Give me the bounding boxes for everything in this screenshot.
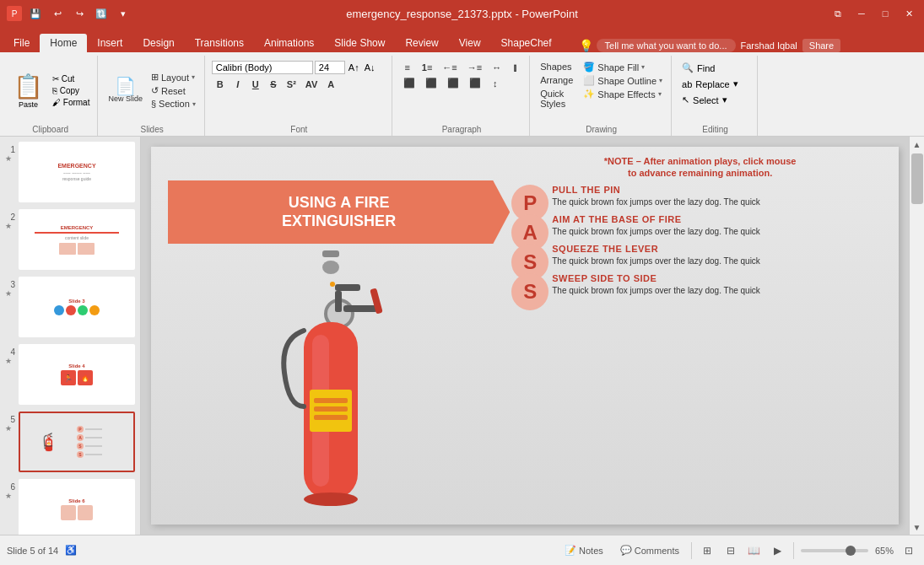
tab-view[interactable]: View bbox=[449, 34, 491, 52]
right-scrollbar[interactable]: ▲ ▼ bbox=[909, 137, 924, 535]
find-icon: 🔍 bbox=[682, 62, 694, 73]
select-button[interactable]: ↖ Select ▾ bbox=[678, 93, 752, 107]
slide-sorter-button[interactable]: ⊟ bbox=[722, 542, 739, 559]
tell-me-box[interactable]: Tell me what you want to do... bbox=[597, 39, 736, 52]
tab-design[interactable]: Design bbox=[132, 34, 184, 52]
indent-more-button[interactable]: →≡ bbox=[463, 61, 486, 74]
slide-thumb-4[interactable]: 4 ★ Slide 4 🏃 🔥 bbox=[3, 342, 137, 406]
tab-transitions[interactable]: Transitions bbox=[185, 34, 254, 52]
quick-styles-button[interactable]: QuickStyles bbox=[537, 88, 576, 110]
paint-icon: 🪣 bbox=[583, 62, 595, 73]
shape-effects-button[interactable]: ✨ Shape Effects ▾ bbox=[580, 88, 666, 100]
tab-slideshow[interactable]: Slide Show bbox=[324, 34, 395, 52]
arrange-button[interactable]: Arrange bbox=[537, 74, 576, 86]
tab-animations[interactable]: Animations bbox=[254, 34, 324, 52]
scroll-down-button[interactable]: ▼ bbox=[910, 519, 925, 535]
pass-text-s2: SWEEP SIDE TO SIDE The quick brown fox j… bbox=[552, 273, 890, 296]
slide-num-6: 6 bbox=[5, 482, 15, 492]
slide-star-5: ★ bbox=[5, 424, 15, 433]
tab-home[interactable]: Home bbox=[40, 34, 87, 52]
zoom-thumb[interactable] bbox=[846, 546, 856, 556]
reset-button[interactable]: ↺ Reset bbox=[148, 84, 199, 97]
status-right: 📝 Notes 💬 Comments ⊞ ⊟ 📖 ▶ 65% ⊡ bbox=[559, 542, 917, 559]
pass-circle-s2: S bbox=[511, 273, 548, 310]
bold-button[interactable]: B bbox=[212, 78, 229, 91]
comments-label: Comments bbox=[635, 546, 679, 556]
close-button[interactable]: ✕ bbox=[900, 5, 917, 22]
reading-view-button[interactable]: 📖 bbox=[746, 542, 763, 559]
more-tools-button[interactable]: ▾ bbox=[115, 5, 132, 22]
font-size-selector[interactable] bbox=[315, 61, 345, 74]
shapes-button[interactable]: Shapes bbox=[537, 61, 576, 73]
slide-thumb-5[interactable]: 5 ★ 🧯 P A bbox=[3, 410, 137, 474]
tab-shapechef[interactable]: ShapeChef bbox=[491, 34, 562, 52]
slide-thumb-6[interactable]: 6 ★ Slide 6 bbox=[3, 477, 137, 535]
window-title: emergency_response_21373.pptx - PowerPoi… bbox=[346, 8, 578, 20]
indent-less-button[interactable]: ←≡ bbox=[438, 61, 461, 74]
extinguisher-nozzle-arm bbox=[343, 305, 377, 312]
rtl-button[interactable]: ↔ bbox=[488, 61, 505, 74]
user-name: Farshad Iqbal bbox=[741, 40, 797, 51]
maximize-button[interactable]: □ bbox=[877, 5, 894, 22]
slideshow-button[interactable]: ▶ bbox=[770, 542, 786, 559]
scroll-up-button[interactable]: ▲ bbox=[910, 137, 925, 152]
align-center-button[interactable]: ⬛ bbox=[421, 76, 441, 90]
shadow-button[interactable]: S² bbox=[283, 78, 300, 91]
underline-button[interactable]: U bbox=[247, 78, 264, 91]
slide-area: USING A FIREEXTINGUISHER bbox=[141, 137, 909, 535]
maximize-restore-button[interactable]: ⧉ bbox=[829, 5, 846, 22]
layout-button[interactable]: ⊞ Layout ▾ bbox=[148, 71, 199, 83]
undo-button[interactable]: ↩ bbox=[49, 5, 66, 22]
align-left-button[interactable]: ⬛ bbox=[399, 76, 419, 90]
shape-fill-button[interactable]: 🪣 Shape Fill ▾ bbox=[580, 61, 666, 73]
align-right-button[interactable]: ⬛ bbox=[443, 76, 463, 90]
notes-button[interactable]: 📝 Notes bbox=[559, 543, 608, 557]
minimize-button[interactable]: ─ bbox=[853, 5, 870, 22]
columns-button[interactable]: ⫿ bbox=[507, 61, 524, 74]
slide-star-4: ★ bbox=[5, 357, 15, 365]
font-size-decrease-button[interactable]: A↓ bbox=[363, 62, 377, 73]
clipboard-label: Clipboard bbox=[8, 123, 92, 134]
normal-view-button[interactable]: ⊞ bbox=[699, 542, 716, 559]
shape-outline-button[interactable]: ⬜ Shape Outline ▾ bbox=[580, 74, 666, 87]
slide-thumb-2[interactable]: 2 ★ EMERGENCY content slide bbox=[3, 207, 137, 272]
format-painter-button[interactable]: 🖌 Format bbox=[50, 97, 92, 108]
scroll-thumb[interactable] bbox=[911, 153, 923, 204]
zoom-slider[interactable] bbox=[801, 549, 868, 552]
shape-effects-label: Shape Effects bbox=[597, 89, 655, 100]
ribbon-group-editing: 🔍 Find ab Replace ▾ ↖ Select ▾ Editing bbox=[673, 56, 758, 136]
slide-img-4: Slide 4 🏃 🔥 bbox=[19, 344, 135, 405]
paste-button[interactable]: 📋 Paste bbox=[8, 69, 48, 112]
auto-save-icon[interactable]: 🔃 bbox=[93, 5, 110, 22]
copy-button[interactable]: ⎘ Copy bbox=[50, 85, 92, 96]
font-color-button[interactable]: A bbox=[322, 78, 339, 91]
section-icon: § bbox=[151, 99, 156, 109]
find-button[interactable]: 🔍 Find bbox=[678, 61, 752, 75]
share-button[interactable]: Share bbox=[802, 39, 840, 52]
pass-step-s2: S SWEEP SIDE TO SIDE The quick brown fox… bbox=[552, 273, 890, 296]
save-button[interactable]: 💾 bbox=[27, 5, 44, 22]
new-slide-button[interactable]: 📄 New Slide bbox=[105, 76, 146, 105]
comments-button[interactable]: 💬 Comments bbox=[615, 543, 684, 557]
bullets-button[interactable]: ≡ bbox=[399, 61, 416, 74]
cut-button[interactable]: ✂ Cut bbox=[50, 73, 92, 84]
banner-text: USING A FIREEXTINGUISHER bbox=[168, 180, 510, 244]
tab-file[interactable]: File bbox=[3, 34, 40, 52]
section-button[interactable]: § Section ▾ bbox=[148, 98, 199, 110]
paste-area: 📋 Paste ✂ Cut ⎘ Copy 🖌 Format bbox=[8, 69, 92, 112]
tab-insert[interactable]: Insert bbox=[87, 34, 132, 52]
justify-button[interactable]: ⬛ bbox=[465, 76, 485, 90]
replace-button[interactable]: ab Replace ▾ bbox=[678, 77, 752, 91]
italic-button[interactable]: I bbox=[230, 78, 246, 91]
font-family-selector[interactable] bbox=[212, 61, 313, 74]
tab-review[interactable]: Review bbox=[395, 34, 448, 52]
char-spacing-button[interactable]: AV bbox=[301, 78, 322, 91]
zoom-fit-button[interactable]: ⊡ bbox=[900, 542, 917, 559]
strikethrough-button[interactable]: S bbox=[265, 78, 282, 91]
slide-thumb-3[interactable]: 3 ★ Slide 3 bbox=[3, 275, 137, 339]
slide-thumb-1[interactable]: 1 ★ EMERGENCY ~~~ ~~~~ ~~~ response guid… bbox=[3, 140, 137, 204]
font-size-increase-button[interactable]: A↑ bbox=[347, 62, 361, 73]
numbering-button[interactable]: 1≡ bbox=[418, 61, 437, 74]
line-spacing-button[interactable]: ↕ bbox=[487, 77, 504, 90]
redo-button[interactable]: ↪ bbox=[71, 5, 88, 22]
